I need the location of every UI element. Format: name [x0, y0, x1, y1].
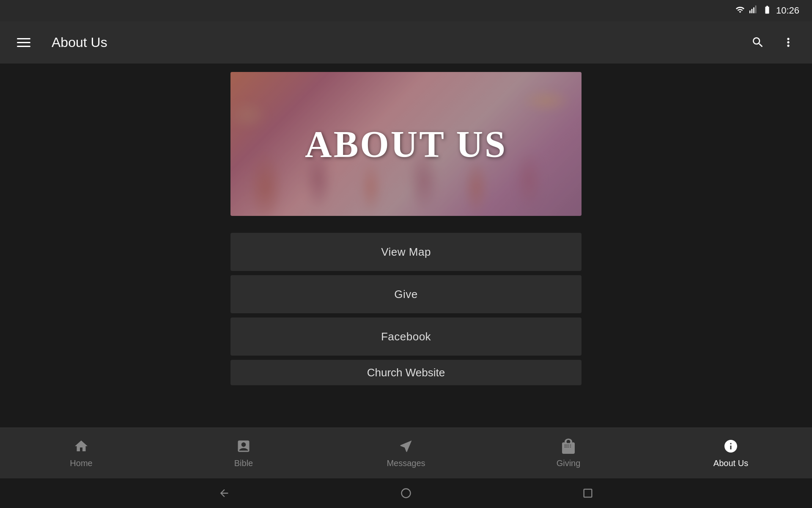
- hero-banner: ABOUT US: [230, 72, 582, 216]
- app-bar-actions: [747, 31, 799, 53]
- nav-item-home[interactable]: Home: [39, 434, 123, 472]
- battery-icon: [763, 5, 772, 16]
- nav-label-messages: Messages: [387, 458, 425, 468]
- system-nav: [0, 478, 812, 508]
- svg-rect-2: [753, 8, 754, 14]
- svg-rect-3: [755, 6, 757, 13]
- action-buttons: View Map Give Facebook Church Website: [230, 233, 582, 385]
- bible-icon: [236, 439, 251, 456]
- home-system-button[interactable]: [395, 483, 417, 504]
- nav-label-about-us: About Us: [713, 458, 748, 468]
- nav-label-bible: Bible: [234, 458, 253, 468]
- page-title: About Us: [52, 35, 738, 50]
- svg-point-4: [402, 489, 411, 498]
- signal-icon: [749, 5, 758, 16]
- search-button[interactable]: [747, 31, 769, 53]
- menu-button[interactable]: [13, 34, 35, 51]
- nav-label-home: Home: [70, 458, 92, 468]
- church-website-button-partial[interactable]: Church Website: [230, 360, 582, 385]
- status-icons: 10:26: [735, 5, 799, 16]
- more-options-button[interactable]: [777, 31, 799, 53]
- status-time: 10:26: [776, 5, 799, 16]
- recent-apps-button[interactable]: [577, 483, 598, 504]
- give-button[interactable]: Give: [230, 275, 582, 313]
- nav-label-giving: Giving: [557, 458, 581, 468]
- back-button[interactable]: [214, 483, 235, 504]
- svg-rect-0: [749, 11, 751, 13]
- hero-title: ABOUT US: [305, 123, 507, 166]
- nav-item-bible[interactable]: Bible: [201, 434, 286, 472]
- svg-rect-5: [584, 489, 592, 497]
- about-us-icon: [723, 439, 738, 456]
- nav-item-about-us[interactable]: About Us: [689, 434, 773, 472]
- home-icon: [74, 439, 89, 456]
- main-content: ABOUT US View Map Give Facebook Church W…: [0, 64, 812, 428]
- svg-rect-1: [751, 9, 752, 13]
- status-bar: 10:26: [0, 0, 812, 21]
- bottom-nav: Home Bible Messages Giving: [0, 428, 812, 478]
- app-bar: About Us: [0, 21, 812, 64]
- wifi-icon: [735, 5, 745, 16]
- giving-icon: [561, 439, 576, 456]
- nav-item-messages[interactable]: Messages: [364, 434, 448, 472]
- view-map-button[interactable]: View Map: [230, 233, 582, 271]
- facebook-button[interactable]: Facebook: [230, 318, 582, 356]
- messages-icon: [398, 439, 414, 456]
- nav-item-giving[interactable]: Giving: [526, 434, 611, 472]
